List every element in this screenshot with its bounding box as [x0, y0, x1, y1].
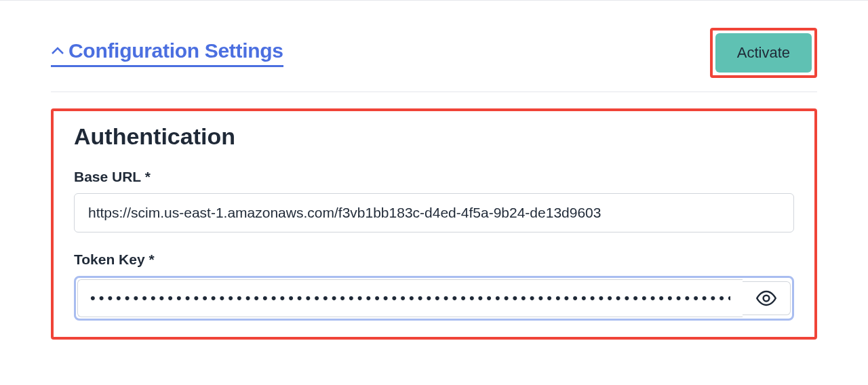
- section-title: Configuration Settings: [68, 39, 283, 62]
- token-key-input[interactable]: [77, 279, 743, 317]
- auth-highlight: Authentication Base URL * Token Key *: [51, 108, 817, 340]
- toggle-visibility-button[interactable]: [743, 281, 791, 315]
- eye-icon: [756, 290, 776, 306]
- svg-point-0: [764, 296, 770, 302]
- authentication-heading: Authentication: [74, 123, 794, 150]
- base-url-input[interactable]: [74, 193, 794, 232]
- activate-highlight: Activate: [710, 28, 817, 78]
- token-key-input-row: [74, 276, 794, 321]
- activate-button[interactable]: Activate: [715, 33, 812, 73]
- token-key-label: Token Key *: [74, 251, 794, 268]
- base-url-field-group: Base URL *: [74, 169, 794, 232]
- header-row: Configuration Settings Activate: [51, 28, 817, 92]
- authentication-panel: Authentication Base URL * Token Key *: [54, 111, 814, 337]
- chevron-up-icon: [51, 46, 64, 56]
- section-title-toggle[interactable]: Configuration Settings: [51, 39, 283, 67]
- token-key-field-group: Token Key *: [74, 251, 794, 321]
- config-container: Configuration Settings Activate Authenti…: [0, 1, 868, 340]
- base-url-label: Base URL *: [74, 169, 794, 185]
